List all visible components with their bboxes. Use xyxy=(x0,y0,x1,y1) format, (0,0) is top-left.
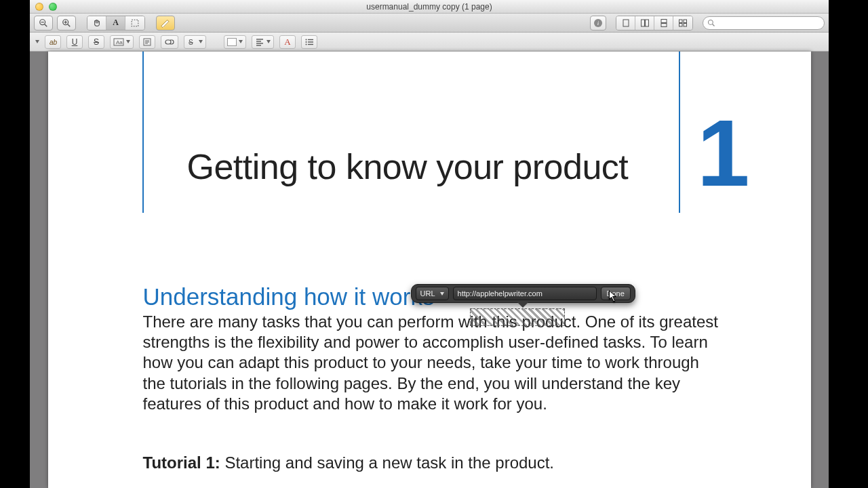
page-cont-icon xyxy=(659,19,669,27)
tool-mode-segment[interactable]: A xyxy=(87,16,145,30)
italic-button[interactable]: ab xyxy=(45,35,61,49)
thumbs-icon xyxy=(678,19,688,27)
page-single-icon xyxy=(621,19,631,27)
chapter-number: 1 xyxy=(697,106,750,201)
strike-s-icon: S xyxy=(94,37,99,47)
note-button[interactable] xyxy=(139,35,155,49)
svg-rect-18 xyxy=(684,23,687,26)
text-color-button[interactable] xyxy=(224,35,246,49)
svg-rect-13 xyxy=(661,19,667,22)
link-icon xyxy=(164,39,175,45)
link-button[interactable] xyxy=(161,35,178,49)
link-type-label: URL xyxy=(420,289,435,298)
underline-button[interactable]: U xyxy=(66,35,83,49)
text-tool[interactable]: A xyxy=(106,16,125,30)
align-button[interactable] xyxy=(252,35,274,49)
info-icon: i xyxy=(593,18,603,28)
color-chip-icon xyxy=(227,38,237,46)
chevron-down-icon xyxy=(199,40,203,43)
link-type-dropdown[interactable]: URL xyxy=(416,287,449,300)
svg-text:S: S xyxy=(189,39,193,46)
svg-point-37 xyxy=(306,43,307,45)
chevron-down-icon xyxy=(267,40,271,43)
highlight-button[interactable] xyxy=(156,16,175,30)
zoom-in-button[interactable] xyxy=(57,16,76,30)
chevron-down-icon xyxy=(440,292,444,296)
svg-line-4 xyxy=(68,24,71,26)
hand-icon xyxy=(92,18,102,28)
view-thumbnails[interactable] xyxy=(673,16,692,30)
svg-text:Aa: Aa xyxy=(116,39,123,45)
view-mode-segment[interactable] xyxy=(616,16,693,30)
margin-rule-left xyxy=(142,52,144,213)
section-title: Understanding how it works xyxy=(143,283,435,310)
app-window: usermanual_dummy copy (1 page) A i xyxy=(30,0,829,488)
format-toolbar: ab U S Aa S A xyxy=(30,33,829,52)
search-input[interactable] xyxy=(718,19,820,27)
marquee-icon xyxy=(130,18,140,28)
letter-a-red-icon: A xyxy=(284,37,290,47)
info-button[interactable]: i xyxy=(590,16,606,30)
list-button[interactable] xyxy=(301,35,317,49)
strike-button[interactable]: S xyxy=(88,35,104,49)
chevron-down-icon xyxy=(126,40,130,43)
svg-point-33 xyxy=(306,39,307,40)
strike-icon: S xyxy=(187,38,197,46)
link-selection-overlay xyxy=(470,308,565,326)
dropdown-caret-icon[interactable] xyxy=(35,40,39,43)
tutorial-text: Starting and saving a new task in the pr… xyxy=(220,453,554,472)
body-paragraph: There are many tasks that you can perfor… xyxy=(143,312,726,414)
margin-rule-right xyxy=(679,52,680,213)
search-field[interactable] xyxy=(703,16,825,30)
hand-tool[interactable] xyxy=(87,16,106,30)
magnifier-plus-icon xyxy=(62,18,71,28)
list-icon xyxy=(304,38,314,46)
link-popover: URL Done xyxy=(411,284,635,303)
zoom-out-button[interactable] xyxy=(34,16,53,30)
svg-rect-7 xyxy=(132,20,138,26)
chevron-down-icon xyxy=(239,40,243,43)
tutorial-label: Tutorial 1: xyxy=(143,453,220,472)
marquee-tool[interactable] xyxy=(125,16,144,30)
svg-rect-14 xyxy=(661,23,667,26)
magnifier-minus-icon xyxy=(39,18,48,28)
tutorial-line: Tutorial 1: Starting and saving a new ta… xyxy=(143,453,555,472)
align-icon xyxy=(255,38,264,46)
svg-rect-16 xyxy=(684,20,687,23)
font-button[interactable]: A xyxy=(279,35,296,49)
page-two-icon xyxy=(640,19,650,27)
main-toolbar: A i xyxy=(30,14,829,33)
text-direction-button[interactable]: Aa xyxy=(110,35,134,49)
search-icon xyxy=(707,19,715,27)
link-done-button[interactable]: Done xyxy=(601,287,631,300)
svg-rect-15 xyxy=(679,20,683,23)
svg-rect-17 xyxy=(679,23,683,26)
svg-point-19 xyxy=(709,20,713,24)
document-canvas[interactable]: 1 Getting to know your product Understan… xyxy=(30,52,829,488)
document-page[interactable]: 1 Getting to know your product Understan… xyxy=(48,52,811,488)
italic-ab-icon: ab xyxy=(48,38,58,46)
titlebar: usermanual_dummy copy (1 page) xyxy=(30,0,829,14)
svg-line-20 xyxy=(713,24,715,26)
note-icon xyxy=(143,38,151,46)
view-two-col[interactable] xyxy=(635,16,654,30)
document-title: usermanual_dummy copy (1 page) xyxy=(30,2,829,12)
chapter-title: Getting to know your product xyxy=(187,146,629,187)
svg-text:ab: ab xyxy=(50,39,58,46)
svg-rect-12 xyxy=(645,20,648,26)
textbox-icon: Aa xyxy=(113,38,124,46)
body-text-pre: There are many tasks that you can perfor… xyxy=(143,312,492,331)
svg-rect-10 xyxy=(623,20,629,26)
view-single[interactable] xyxy=(616,16,635,30)
svg-rect-11 xyxy=(641,20,644,26)
link-url-input[interactable] xyxy=(453,287,597,300)
letter-a-icon: A xyxy=(113,18,119,28)
pencil-icon xyxy=(160,18,171,28)
underline-u-icon: U xyxy=(72,37,78,47)
baseline-button[interactable]: S xyxy=(184,35,206,49)
view-continuous[interactable] xyxy=(654,16,673,30)
svg-point-35 xyxy=(306,41,307,43)
svg-line-1 xyxy=(45,24,47,26)
